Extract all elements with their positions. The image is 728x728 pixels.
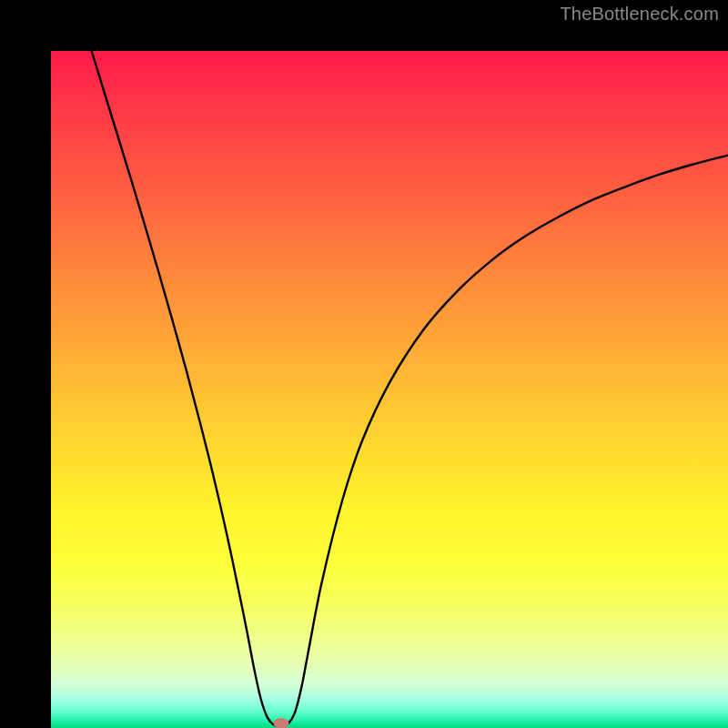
optimum-marker bbox=[273, 718, 288, 728]
plot-area bbox=[51, 51, 728, 728]
watermark-text: TheBottleneck.com bbox=[560, 4, 719, 25]
bottleneck-curve bbox=[92, 51, 728, 727]
curve-svg bbox=[51, 51, 728, 728]
chart-frame bbox=[0, 0, 728, 728]
